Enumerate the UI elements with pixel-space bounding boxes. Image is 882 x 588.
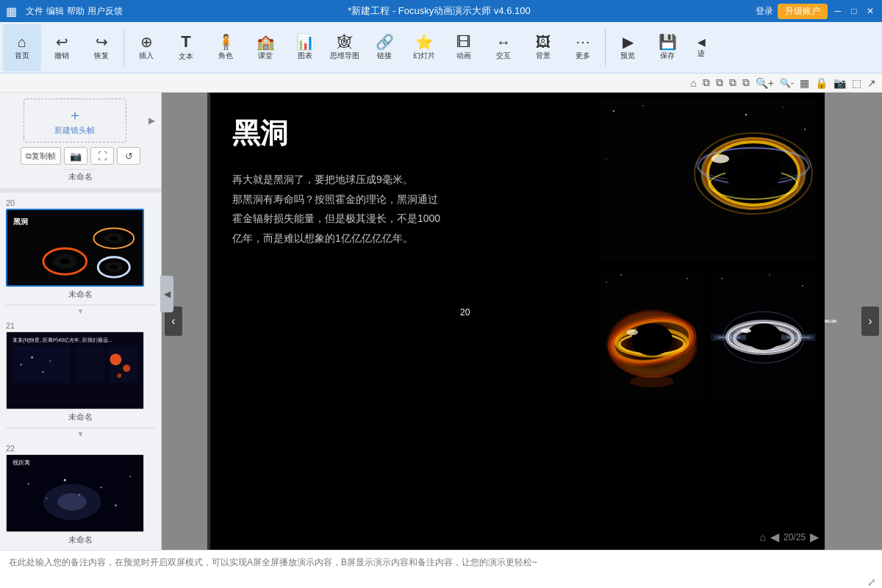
minimize-button[interactable]: ─ <box>832 5 844 17</box>
save-icon: 💾 <box>659 35 677 49</box>
svg-point-50 <box>711 154 729 163</box>
toolbar-more[interactable]: ⋯ 更多 <box>564 24 602 71</box>
toolbar-classroom[interactable]: 🏫 课堂 <box>246 24 284 71</box>
svg-point-68 <box>802 285 803 287</box>
slide-thumb-22: 视距离 <box>6 454 144 532</box>
toolbar-save[interactable]: 💾 保存 <box>648 24 686 71</box>
canvas-home-icon[interactable]: ⌂ <box>760 531 766 543</box>
toolbar-animation[interactable]: 🎞 动画 <box>445 24 483 71</box>
svg-point-37 <box>745 114 747 115</box>
undo-icon: ↩ <box>56 35 68 49</box>
canvas-nav-right-button[interactable]: › <box>861 306 879 336</box>
sub-copy3-icon[interactable]: ⧉ <box>728 75 738 90</box>
svg-point-21 <box>42 371 43 373</box>
svg-point-38 <box>782 107 784 108</box>
toolbar-chart[interactable]: 📊 图表 <box>286 24 324 71</box>
toolbar-nav[interactable]: ◀ 迹 <box>688 24 714 71</box>
upgrade-button[interactable]: 升级账户 <box>778 4 828 19</box>
sub-lock-icon[interactable]: 🔒 <box>814 76 829 90</box>
sub-zoomin-icon[interactable]: 🔍+ <box>754 76 775 90</box>
sub-copy4-icon[interactable]: ⧉ <box>741 75 751 90</box>
sub-expand-icon[interactable]: ↗ <box>866 76 878 90</box>
toolbar-background[interactable]: 🖼 背景 <box>524 24 562 71</box>
mindmap-icon: 🕸 <box>337 35 352 49</box>
svg-point-30 <box>115 504 117 506</box>
toolbar-undo[interactable]: ↩ 撤销 <box>43 24 81 71</box>
menu-help[interactable]: 帮助 <box>67 5 85 18</box>
canvas-next-button[interactable]: ▶ <box>810 530 819 544</box>
more-tools-btn[interactable]: ↺ <box>117 147 140 165</box>
toolbar-character[interactable]: 🧍 角色 <box>207 24 245 71</box>
menu-feedback[interactable]: 用户反馈 <box>87 5 123 18</box>
svg-text:某某(N)恒星, 距离约40亿光年, 距我们最远...: 某某(N)恒星, 距离约40亿光年, 距我们最远... <box>12 337 112 343</box>
slide-item-20[interactable]: 20 黑洞 <box>0 194 161 304</box>
slide-name-21: 未命名 <box>6 412 155 423</box>
toolbar-mindmap[interactable]: 🕸 思维导图 <box>326 24 364 71</box>
canvas-page-info: 20/25 <box>784 532 806 542</box>
fullscreen-btn[interactable]: ⛶ <box>90 147 114 165</box>
sub-camera-icon[interactable]: 📷 <box>832 76 847 90</box>
svg-point-16 <box>110 354 121 365</box>
slide-item-21[interactable]: 21 某某(N)恒星, 距离约40亿光年, 距我们最远... <box>0 317 161 427</box>
slide-thumb-20: 黑洞 <box>6 209 144 287</box>
sub-copy2-icon[interactable]: ⧉ <box>714 75 725 90</box>
toolbar-text[interactable]: T 文本 <box>167 24 205 71</box>
screenshot-button[interactable]: 📷 <box>64 147 87 165</box>
sub-home-icon[interactable]: ⌂ <box>689 76 698 90</box>
toolbar-slideshow[interactable]: ⭐ 幻灯片 <box>405 24 443 71</box>
toolbar-redo[interactable]: ↪ 恢复 <box>82 24 121 71</box>
insert-label: 插入 <box>139 51 154 61</box>
slide-item-22[interactable]: 22 视距离 未命名 <box>0 440 161 550</box>
sub-frame-icon[interactable]: ⬚ <box>850 76 863 90</box>
toolbar-interact[interactable]: ↔ 交互 <box>484 24 523 71</box>
fullscreen-icon: ⛶ <box>98 151 107 162</box>
new-frame-button[interactable]: ＋ 新建镜头帧 <box>24 98 126 143</box>
slide-body-text: 再大就是黑洞了，要把地球压成9毫米。 那黑洞有寿命吗？按照霍金的理论，黑洞通过 … <box>232 170 482 248</box>
character-icon: 🧍 <box>217 35 235 49</box>
copy-frame-button[interactable]: ⧉ 复制帧 <box>21 147 61 165</box>
sub-zoomout-icon[interactable]: 🔍- <box>778 76 795 90</box>
sub-grid-icon[interactable]: ▦ <box>798 76 811 90</box>
toolbar-home[interactable]: ⌂ 首页 <box>3 24 41 71</box>
menu-edit[interactable]: 编辑 <box>46 5 64 18</box>
camera-icon: 📷 <box>70 151 82 162</box>
nav-icon: ◀ <box>698 37 706 47</box>
svg-point-31 <box>129 476 131 477</box>
blackhole-image-bottom-right <box>711 268 817 404</box>
text-label: 文本 <box>179 51 193 62</box>
notes-input[interactable] <box>9 556 873 588</box>
redo-label: 恢复 <box>94 51 109 61</box>
collapse-icon-20[interactable]: ▼ <box>0 306 161 317</box>
animation-icon: 🎞 <box>456 35 471 49</box>
right-panel-tab[interactable]: › <box>825 320 836 322</box>
toolbar-link[interactable]: 🔗 链接 <box>365 24 404 71</box>
plus-icon: ＋ <box>68 105 82 125</box>
svg-point-35 <box>613 110 614 112</box>
svg-point-19 <box>21 364 22 365</box>
sidebar: ＋ 新建镜头帧 ▶ ⧉ 复制帧 📷 ⛶ ↺ <box>0 93 162 550</box>
titlebar-right: 登录 升级账户 ─ □ ✕ <box>756 4 876 19</box>
maximize-button[interactable]: □ <box>848 5 860 17</box>
app-icon: ▦ <box>6 4 17 18</box>
sidebar-toggle-button[interactable]: ◀ <box>160 276 173 312</box>
sidebar-arrow[interactable]: ▶ <box>148 115 155 126</box>
close-button[interactable]: ✕ <box>864 5 876 17</box>
notes-expand-button[interactable]: ⤢ <box>867 576 876 588</box>
svg-point-64 <box>626 329 638 335</box>
copy-frame-label: 复制帧 <box>32 151 56 162</box>
toolbar-preview[interactable]: ▶ 预览 <box>609 24 647 71</box>
canvas-prev-button[interactable]: ◀ <box>770 530 779 544</box>
menu-file[interactable]: 文件 <box>26 5 43 18</box>
svg-point-54 <box>686 278 688 279</box>
collapse-icon-21[interactable]: ▼ <box>0 429 161 440</box>
slide-main-content: 黑洞 再大就是黑洞了，要把地球压成9毫米。 那黑洞有寿命吗？按照霍金的理论，黑洞… <box>210 93 825 550</box>
slideshow-icon: ⭐ <box>415 35 434 49</box>
blackhole-image-top <box>599 100 816 262</box>
nav-label: 迹 <box>698 49 705 59</box>
slide-name-20: 未命名 <box>6 289 155 300</box>
sub-copy1-icon[interactable]: ⧉ <box>701 75 711 90</box>
svg-point-39 <box>804 129 806 130</box>
login-button[interactable]: 登录 <box>756 5 773 18</box>
svg-point-10 <box>110 265 118 269</box>
toolbar-insert[interactable]: ⊕ 插入 <box>127 24 165 71</box>
